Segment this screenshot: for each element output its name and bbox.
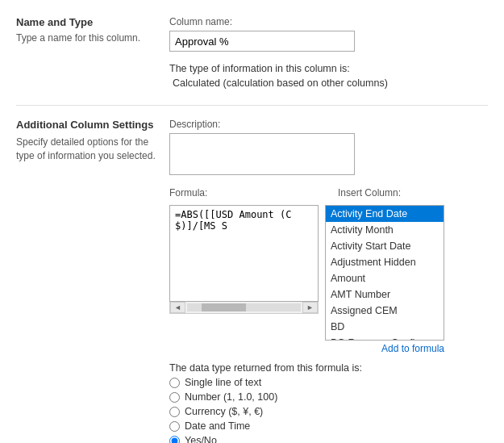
additional-settings-desc: Specify detailed options for the type of… — [16, 136, 169, 163]
insert-col-section: Activity End DateActivity MonthActivity … — [325, 205, 444, 354]
type-info-value: Calculated (calculation based on other c… — [169, 77, 488, 89]
divider-1 — [16, 105, 488, 106]
data-type-radio-single[interactable] — [169, 378, 180, 388]
name-type-desc: Type a name for this column. — [16, 31, 169, 45]
insert-list-item[interactable]: BG Revenue Confirmat... — [326, 335, 444, 341]
data-type-radio-label: Single line of text — [185, 377, 261, 388]
description-textarea[interactable] — [169, 133, 355, 175]
insert-list-item[interactable]: Activity Month — [326, 222, 444, 238]
formula-insert-row: =ABS([[USD Amount (C$)]/[MS S ◄ ► Acti — [169, 205, 488, 354]
insert-list-item[interactable]: Amount — [326, 270, 444, 286]
insert-list-item[interactable]: AMT Number — [326, 286, 444, 303]
column-name-input[interactable] — [169, 31, 355, 52]
data-type-radio-label: Currency ($, ¥, €) — [185, 406, 263, 417]
name-and-type-section: Name and Type Type a name for this colum… — [16, 16, 488, 92]
data-type-radio-item: Yes/No — [169, 435, 488, 443]
name-type-title: Name and Type — [16, 16, 169, 28]
data-type-section: The data type returned from this formula… — [169, 362, 488, 443]
insert-list-item[interactable]: Activity Start Date — [326, 238, 444, 254]
data-type-radio-currency[interactable] — [169, 407, 180, 417]
scroll-right-arrow[interactable]: ► — [302, 302, 318, 313]
data-type-radio-number[interactable] — [169, 392, 180, 403]
insert-column-list[interactable]: Activity End DateActivity MonthActivity … — [325, 205, 444, 341]
additional-settings-title: Additional Column Settings — [16, 119, 169, 131]
formula-textarea[interactable]: =ABS([[USD Amount (C$)]/[MS S — [169, 205, 319, 302]
column-name-label: Column name: — [169, 16, 488, 27]
data-type-radio-datetime[interactable] — [169, 421, 180, 432]
data-type-radio-group: Single line of textNumber (1, 1.0, 100)C… — [169, 377, 488, 443]
insert-col-label: Insert Column: — [338, 187, 401, 199]
data-type-radio-item: Currency ($, ¥, €) — [169, 406, 488, 417]
insert-list-wrapper: Activity End DateActivity MonthActivity … — [325, 205, 444, 341]
data-type-radio-item: Single line of text — [169, 377, 488, 388]
add-to-formula-link[interactable]: Add to formula — [325, 343, 444, 354]
scroll-left-arrow[interactable]: ◄ — [170, 302, 185, 313]
insert-column-label: Insert Column: — [338, 187, 401, 202]
insert-list-item[interactable]: BD — [326, 319, 444, 335]
formula-insert-labels: Formula: Insert Column: — [169, 187, 488, 202]
formula-col: =ABS([[USD Amount (C$)]/[MS S ◄ ► — [169, 205, 319, 314]
insert-list-item[interactable]: Adjustment Hidden — [326, 254, 444, 270]
type-info-label: The type of information in this column i… — [169, 63, 488, 74]
data-type-radio-yesno[interactable] — [169, 436, 180, 444]
data-type-radio-label: Yes/No — [185, 435, 217, 443]
data-type-label: The data type returned from this formula… — [169, 362, 488, 374]
insert-list-item[interactable]: Activity End Date — [326, 206, 444, 222]
additional-settings-section: Additional Column Settings Specify detai… — [16, 119, 488, 443]
insert-list-item[interactable]: Assigned CEM — [326, 303, 444, 319]
data-type-radio-label: Number (1, 1.0, 100) — [185, 391, 277, 403]
data-type-radio-label: Date and Time — [185, 420, 250, 432]
data-type-radio-item: Number (1, 1.0, 100) — [169, 391, 488, 403]
data-type-radio-item: Date and Time — [169, 420, 488, 432]
formula-field-label: Formula: — [169, 187, 319, 199]
scrollbar-thumb — [202, 303, 246, 311]
description-label: Description: — [169, 119, 488, 130]
formula-scrollbar[interactable]: ◄ ► — [169, 302, 319, 314]
formula-label: Formula: — [169, 187, 319, 202]
